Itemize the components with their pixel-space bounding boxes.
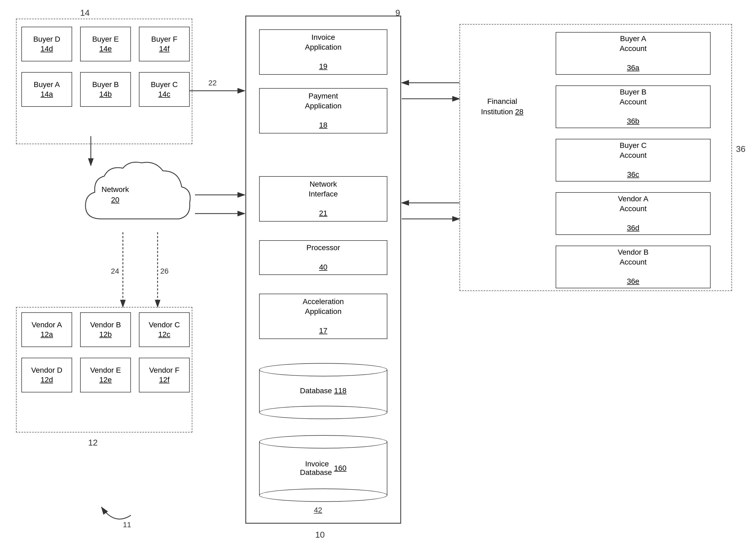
buyer-d-label: Buyer D xyxy=(33,35,60,44)
invoice-app-box: InvoiceApplication 19 xyxy=(259,29,387,75)
buyer-f-label: Buyer F xyxy=(151,35,177,44)
buyer-a-label: Buyer A xyxy=(34,80,60,89)
invoice-db-body: InvoiceDatabase 160 xyxy=(259,442,387,495)
buyer-a-acct-label: Buyer AAccount xyxy=(620,34,646,53)
invoice-db-top-ellipse xyxy=(259,435,387,448)
vendor-c-box: Vendor C 12c xyxy=(139,312,190,347)
financial-institution-label: FinancialInstitution 28 xyxy=(465,96,540,117)
network-label: Network xyxy=(102,185,129,194)
buyer-a-acct-box: Buyer AAccount 36a xyxy=(556,32,711,75)
vendor-b-ref: 12b xyxy=(100,330,112,339)
payment-app-ref: 18 xyxy=(319,120,327,130)
label-10: 10 xyxy=(315,530,325,540)
vendor-d-box: Vendor D 12d xyxy=(21,358,72,393)
buyer-a-ref: 14a xyxy=(41,89,53,99)
invoice-db-bottom-ellipse xyxy=(259,489,387,502)
vendor-b-acct-box: Vendor BAccount 36e xyxy=(556,246,711,288)
vendor-c-ref: 12c xyxy=(158,330,170,339)
vendor-f-label: Vendor F xyxy=(149,365,179,375)
vendor-e-label: Vendor E xyxy=(90,365,121,375)
network-ref: 20 xyxy=(111,196,120,204)
payment-app-box: PaymentApplication 18 xyxy=(259,88,387,133)
buyer-b-box: Buyer B 14b xyxy=(80,72,131,107)
acceleration-app-box: AccelerationApplication 17 xyxy=(259,294,387,339)
vendor-a-acct-box: Vendor AAccount 36d xyxy=(556,192,711,235)
buyer-f-box: Buyer F 14f xyxy=(139,27,190,61)
network-interface-box: NetworkInterface 21 xyxy=(259,176,387,222)
label-11: 11 xyxy=(123,520,131,529)
label-36: 36 xyxy=(736,144,746,154)
network-interface-label: NetworkInterface xyxy=(309,179,338,199)
processor-ref: 40 xyxy=(319,263,327,272)
buyer-c-acct-box: Buyer CAccount 36c xyxy=(556,139,711,181)
database-top-ellipse xyxy=(259,363,387,376)
invoice-app-label: InvoiceApplication xyxy=(305,32,342,52)
processor-box: Processor 40 xyxy=(259,240,387,275)
buyer-c-ref: 14c xyxy=(158,89,170,99)
vendor-a-ref: 12a xyxy=(41,330,53,339)
label-42: 42 xyxy=(314,506,322,514)
buyer-c-acct-ref: 36c xyxy=(627,170,639,179)
label-14: 14 xyxy=(80,8,90,18)
buyer-c-label: Buyer C xyxy=(151,80,178,89)
vendor-b-acct-label: Vendor BAccount xyxy=(618,247,648,267)
vendor-d-ref: 12d xyxy=(41,375,53,385)
vendor-a-box: Vendor A 12a xyxy=(21,312,72,347)
vendor-b-label: Vendor B xyxy=(90,320,121,330)
label-22: 22 xyxy=(208,79,217,87)
buyer-a-box: Buyer A 14a xyxy=(21,72,72,107)
processor-label: Processor xyxy=(306,243,340,252)
vendor-a-label: Vendor A xyxy=(31,320,62,330)
vendor-a-acct-ref: 36d xyxy=(627,223,640,233)
vendor-b-acct-ref: 36e xyxy=(627,276,640,286)
buyer-e-label: Buyer E xyxy=(92,35,119,44)
diagram: 14 Buyer D 14d Buyer E 14e Buyer F 14f B… xyxy=(0,0,756,559)
buyer-b-acct-label: Buyer BAccount xyxy=(620,87,646,107)
buyer-b-acct-ref: 36b xyxy=(627,116,640,126)
label-12: 12 xyxy=(88,438,98,448)
vendor-b-box: Vendor B 12b xyxy=(80,312,131,347)
buyer-d-box: Buyer D 14d xyxy=(21,27,72,61)
buyer-b-acct-box: Buyer BAccount 36b xyxy=(556,85,711,128)
buyer-b-label: Buyer B xyxy=(92,80,119,89)
label-26: 26 xyxy=(160,267,169,275)
buyer-f-ref: 14f xyxy=(159,44,170,54)
acceleration-app-ref: 17 xyxy=(319,326,327,336)
vendor-d-label: Vendor D xyxy=(31,365,63,375)
acceleration-app-label: AccelerationApplication xyxy=(303,297,344,316)
buyer-e-box: Buyer E 14e xyxy=(80,27,131,61)
vendor-c-label: Vendor C xyxy=(149,320,180,330)
vendor-f-ref: 12f xyxy=(159,375,170,385)
payment-app-label: PaymentApplication xyxy=(305,91,342,111)
buyer-a-acct-ref: 36a xyxy=(627,63,640,73)
buyer-d-ref: 14d xyxy=(41,44,53,54)
vendor-e-box: Vendor E 12e xyxy=(80,358,131,393)
buyer-e-ref: 14e xyxy=(100,44,112,54)
buyer-b-ref: 14b xyxy=(100,89,112,99)
vendor-f-box: Vendor F 12f xyxy=(139,358,190,393)
invoice-app-ref: 19 xyxy=(319,62,327,71)
vendor-a-acct-label: Vendor AAccount xyxy=(618,194,648,214)
label-9: 9 xyxy=(395,8,400,18)
label-24: 24 xyxy=(111,267,119,275)
network-interface-ref: 21 xyxy=(319,208,327,218)
vendor-e-ref: 12e xyxy=(100,375,112,385)
network-cloud: Network 20 xyxy=(80,157,195,240)
buyer-c-acct-label: Buyer CAccount xyxy=(620,141,646,160)
database-bottom-ellipse xyxy=(259,406,387,419)
buyer-c-box: Buyer C 14c xyxy=(139,72,190,107)
